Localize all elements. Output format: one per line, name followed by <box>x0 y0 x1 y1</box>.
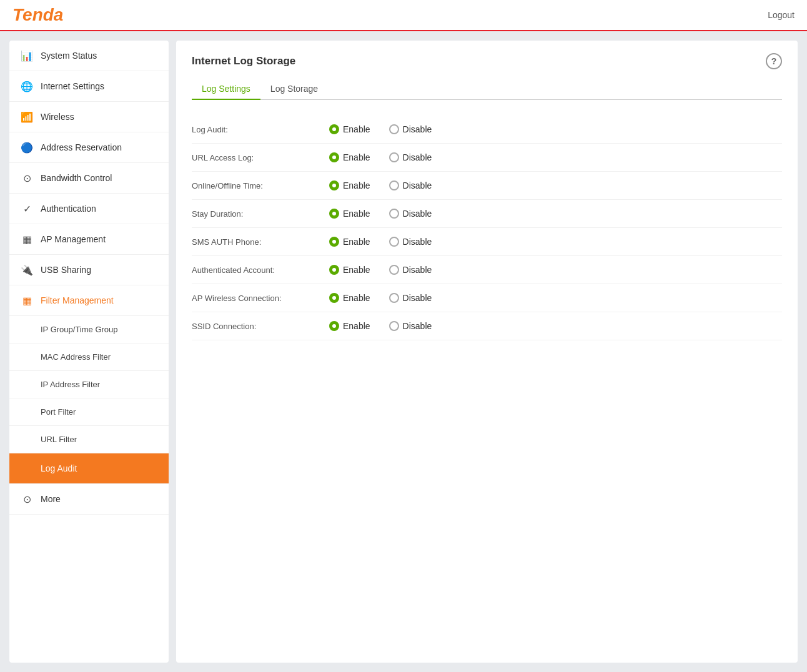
radio-enable-circle-stay-duration <box>329 209 339 219</box>
radio-group-ssid-connection: Enable Disable <box>329 321 432 331</box>
radio-disable-circle-ssid-connection <box>389 321 399 331</box>
radio-group-online-offline-time: Enable Disable <box>329 180 432 190</box>
label-online-offline-time: Online/Offline Time: <box>192 181 329 190</box>
label-stay-duration: Stay Duration: <box>192 209 329 219</box>
sidebar-label-log-audit: Log Audit <box>41 463 77 473</box>
ap-management-icon: ▦ <box>21 233 33 245</box>
radio-disable-circle-authenticated-account <box>389 265 399 275</box>
disable-label-authenticated-account: Disable <box>403 265 432 275</box>
sidebar-label-port-filter: Port Filter <box>41 407 76 417</box>
sidebar-label-bandwidth-control: Bandwidth Control <box>41 173 112 183</box>
sidebar-item-ap-management[interactable]: ▦AP Management <box>9 224 169 255</box>
disable-label-log-audit: Disable <box>403 124 432 134</box>
disable-label-url-access-log: Disable <box>403 152 432 162</box>
sidebar-label-internet-settings: Internet Settings <box>41 81 104 91</box>
radio-disable-circle-ap-wireless-connection <box>389 293 399 303</box>
tabs: Log SettingsLog Storage <box>192 79 782 100</box>
sidebar-item-log-audit[interactable]: Log Audit <box>9 453 169 484</box>
enable-label-stay-duration: Enable <box>343 209 370 219</box>
sidebar-label-mac-address-filter: MAC Address Filter <box>41 352 111 362</box>
logo: Tenda <box>12 5 63 25</box>
internet-settings-icon: 🌐 <box>21 80 33 92</box>
sidebar-label-system-status: System Status <box>41 51 97 61</box>
logout-button[interactable]: Logout <box>768 10 795 20</box>
radio-group-sms-auth-phone: Enable Disable <box>329 237 432 247</box>
disable-label-ssid-connection: Disable <box>403 321 432 331</box>
page-header: Internet Log Storage ? <box>192 53 782 69</box>
sidebar-item-more[interactable]: ⊙More <box>9 484 169 515</box>
disable-label-stay-duration: Disable <box>403 209 432 219</box>
enable-option-ap-wireless-connection[interactable]: Enable <box>329 293 370 303</box>
radio-enable-circle-ap-wireless-connection <box>329 293 339 303</box>
radio-group-log-audit: Enable Disable <box>329 124 432 134</box>
form-row-ssid-connection: SSID Connection: Enable Disable <box>192 312 782 340</box>
sidebar-item-wireless[interactable]: 📶Wireless <box>9 102 169 132</box>
sidebar-label-wireless: Wireless <box>41 112 74 122</box>
disable-label-ap-wireless-connection: Disable <box>403 293 432 303</box>
sidebar-item-address-reservation[interactable]: 🔵Address Reservation <box>9 132 169 163</box>
radio-disable-circle-stay-duration <box>389 209 399 219</box>
tab-log-settings[interactable]: Log Settings <box>192 79 260 100</box>
sidebar: 📊System Status🌐Internet Settings📶Wireles… <box>9 41 169 663</box>
bandwidth-control-icon: ⊙ <box>21 172 33 184</box>
tab-log-storage[interactable]: Log Storage <box>260 79 328 100</box>
form-row-sms-auth-phone: SMS AUTH Phone: Enable Disable <box>192 228 782 256</box>
system-status-icon: 📊 <box>21 49 33 62</box>
form-row-online-offline-time: Online/Offline Time: Enable Disable <box>192 172 782 200</box>
sidebar-label-address-reservation: Address Reservation <box>41 142 122 152</box>
layout: 📊System Status🌐Internet Settings📶Wireles… <box>0 31 807 672</box>
disable-option-authenticated-account[interactable]: Disable <box>389 265 432 275</box>
radio-group-authenticated-account: Enable Disable <box>329 265 432 275</box>
radio-disable-circle-log-audit <box>389 124 399 134</box>
disable-option-stay-duration[interactable]: Disable <box>389 209 432 219</box>
main-content: Internet Log Storage ? Log SettingsLog S… <box>176 41 798 663</box>
sidebar-item-url-filter[interactable]: URL Filter <box>9 426 169 453</box>
disable-option-online-offline-time[interactable]: Disable <box>389 180 432 190</box>
radio-enable-circle-online-offline-time <box>329 180 339 190</box>
sidebar-item-ip-address-filter[interactable]: IP Address Filter <box>9 371 169 398</box>
help-icon[interactable]: ? <box>766 53 782 69</box>
sidebar-item-system-status[interactable]: 📊System Status <box>9 41 169 71</box>
sidebar-item-port-filter[interactable]: Port Filter <box>9 398 169 426</box>
label-sms-auth-phone: SMS AUTH Phone: <box>192 237 329 247</box>
enable-option-authenticated-account[interactable]: Enable <box>329 265 370 275</box>
radio-enable-circle-ssid-connection <box>329 321 339 331</box>
sidebar-label-more: More <box>41 494 61 504</box>
sidebar-item-usb-sharing[interactable]: 🔌USB Sharing <box>9 255 169 285</box>
enable-label-url-access-log: Enable <box>343 152 370 162</box>
authentication-icon: ✓ <box>21 202 33 215</box>
disable-option-sms-auth-phone[interactable]: Disable <box>389 237 432 247</box>
form-body: Log Audit: Enable Disable URL Access Log… <box>192 116 782 340</box>
enable-label-ssid-connection: Enable <box>343 321 370 331</box>
enable-option-log-audit[interactable]: Enable <box>329 124 370 134</box>
disable-option-log-audit[interactable]: Disable <box>389 124 432 134</box>
sidebar-item-authentication[interactable]: ✓Authentication <box>9 194 169 224</box>
disable-option-ap-wireless-connection[interactable]: Disable <box>389 293 432 303</box>
sidebar-label-authentication: Authentication <box>41 204 96 214</box>
enable-option-ssid-connection[interactable]: Enable <box>329 321 370 331</box>
form-row-log-audit: Log Audit: Enable Disable <box>192 116 782 144</box>
label-ssid-connection: SSID Connection: <box>192 322 329 331</box>
sidebar-item-bandwidth-control[interactable]: ⊙Bandwidth Control <box>9 163 169 194</box>
label-authenticated-account: Authenticated Account: <box>192 265 329 275</box>
sidebar-item-mac-address-filter[interactable]: MAC Address Filter <box>9 343 169 371</box>
enable-label-sms-auth-phone: Enable <box>343 237 370 247</box>
radio-enable-circle-authenticated-account <box>329 265 339 275</box>
disable-option-url-access-log[interactable]: Disable <box>389 152 432 162</box>
wireless-icon: 📶 <box>21 111 33 123</box>
form-row-ap-wireless-connection: AP Wireless Connection: Enable Disable <box>192 284 782 312</box>
enable-option-sms-auth-phone[interactable]: Enable <box>329 237 370 247</box>
enable-option-url-access-log[interactable]: Enable <box>329 152 370 162</box>
sidebar-item-filter-management[interactable]: ▦Filter Management <box>9 285 169 316</box>
filter-management-icon: ▦ <box>21 294 33 307</box>
enable-label-online-offline-time: Enable <box>343 180 370 190</box>
enable-option-online-offline-time[interactable]: Enable <box>329 180 370 190</box>
disable-option-ssid-connection[interactable]: Disable <box>389 321 432 331</box>
sidebar-label-url-filter: URL Filter <box>41 435 77 444</box>
enable-option-stay-duration[interactable]: Enable <box>329 209 370 219</box>
radio-enable-circle-log-audit <box>329 124 339 134</box>
sidebar-item-internet-settings[interactable]: 🌐Internet Settings <box>9 71 169 102</box>
radio-enable-circle-sms-auth-phone <box>329 237 339 247</box>
sidebar-item-ip-group-time-group[interactable]: IP Group/Time Group <box>9 316 169 343</box>
label-ap-wireless-connection: AP Wireless Connection: <box>192 294 329 303</box>
